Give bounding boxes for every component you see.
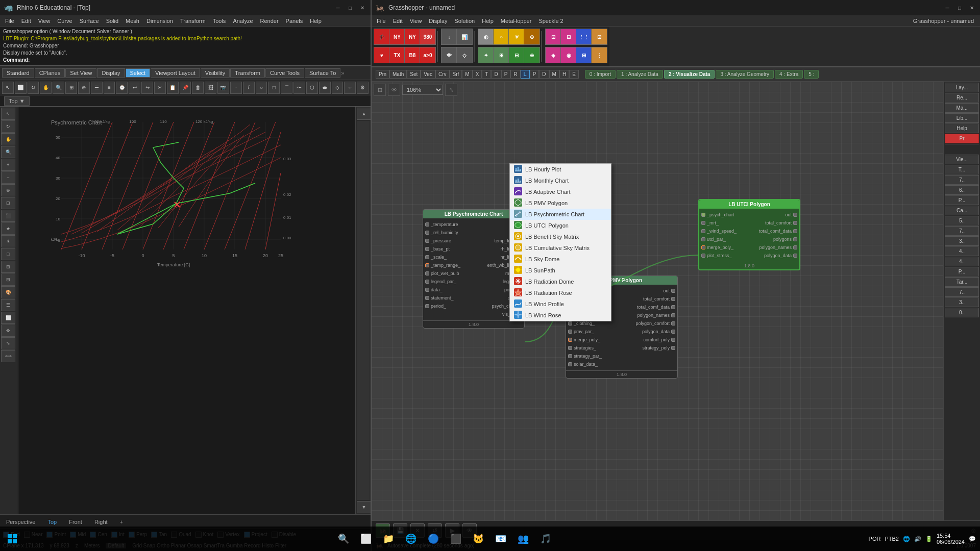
left-pan-icon[interactable]: ✋ <box>1 133 15 145</box>
port-legend[interactable]: legend_par_ <box>425 278 472 286</box>
port-statement[interactable]: statement_ <box>425 294 472 302</box>
gh-icon-19[interactable]: ⋮⋮ <box>576 29 592 45</box>
port-pmv-total[interactable]: total_comfort <box>624 295 675 303</box>
gh-cat-h[interactable]: H <box>559 70 569 79</box>
menu-mesh[interactable]: Mesh <box>122 17 142 25</box>
taskbar-search-icon[interactable]: 🔍 <box>333 529 354 549</box>
left-view-icon[interactable]: □ <box>1 248 15 260</box>
view-label-front[interactable]: Front <box>67 518 84 526</box>
gh-cat-pm[interactable]: Pm <box>376 70 389 79</box>
side-btn-t[interactable]: T... <box>945 165 979 174</box>
tb-mesh-icon[interactable]: ◇ <box>332 82 344 94</box>
gh-zoom-select[interactable]: 106% 100% 75% 50% <box>402 85 443 95</box>
gh-menu-solution[interactable]: Solution <box>451 17 478 25</box>
view-label-right[interactable]: Right <box>92 518 110 526</box>
tab-select[interactable]: Select <box>126 68 151 78</box>
side-btn-view[interactable]: Vie... <box>945 155 979 164</box>
left-zoomin-icon[interactable]: + <box>1 159 15 171</box>
taskbar-edge-icon[interactable]: 🔵 <box>423 529 444 549</box>
viewport-canvas[interactable]: ↖ ↻ ✋ 🔍 + − ⊕ ⊡ ⬛ ★ ☀ □ ⊞ ⊟ 🎨 ☰ ⬜ ✥ ⤡ ⟺ <box>0 107 371 514</box>
taskbar-terminal-icon[interactable]: ⬛ <box>446 529 466 549</box>
dropdown-psychrometric-chart[interactable]: LB Psychrometric Chart <box>510 209 611 220</box>
dropdown-benefit-sky[interactable]: LB Benefit Sky Matrix <box>510 231 611 242</box>
side-btn-p2[interactable]: P... <box>945 267 979 277</box>
port-temperature[interactable]: _temperature <box>425 220 472 229</box>
gh-icon-analyze[interactable]: 📊 <box>456 29 473 45</box>
tb-copy-icon[interactable]: 📋 <box>167 82 179 94</box>
side-btn-0[interactable]: 0.. <box>945 308 979 317</box>
dropdown-wind-profile[interactable]: LB Wind Profile <box>510 298 611 310</box>
tray-clock[interactable]: 15:54 06/06/2024 <box>937 533 965 545</box>
right-scroll-up-icon[interactable]: ▲ <box>357 108 371 120</box>
gh-subcat-visualize[interactable]: 2 : Visualize Data <box>664 70 715 79</box>
menu-analyze[interactable]: Analyze <box>230 17 256 25</box>
gh-close-btn[interactable]: ✕ <box>968 4 976 12</box>
tb-paste-icon[interactable]: 📌 <box>180 82 191 94</box>
tb-grid-icon[interactable]: ⊞ <box>65 82 77 94</box>
tab-set-view[interactable]: Set View <box>65 68 96 78</box>
gh-cat-srf[interactable]: Srf <box>450 70 462 79</box>
gh-cat-d2[interactable]: D <box>539 70 549 79</box>
side-btn-ma[interactable]: Ma... <box>945 103 979 113</box>
right-scroll-down-icon[interactable]: ▼ <box>357 501 371 513</box>
side-btn-3a[interactable]: 3.. <box>945 236 979 246</box>
gh-menu-display[interactable]: Display <box>426 17 450 25</box>
port-pmv-stratpoly[interactable]: strategy_poly <box>624 344 675 352</box>
tb-dim-icon[interactable]: ↔ <box>344 82 356 94</box>
port-data[interactable]: data_ <box>425 286 472 294</box>
gh-menu-help[interactable]: Help <box>479 17 497 25</box>
gh-subcat-5[interactable]: 5 : <box>804 70 819 79</box>
port-utci-mrt[interactable]: _mrt_ <box>701 219 747 227</box>
tb-zoom-icon[interactable]: 🔍 <box>53 82 64 94</box>
gh-cat-set[interactable]: Set <box>407 70 421 79</box>
gh-menu-edit[interactable]: Edit <box>390 17 406 25</box>
taskbar-explorer-icon[interactable]: 📁 <box>378 529 399 549</box>
tb-layer-icon[interactable]: ☰ <box>91 82 103 94</box>
gh-icon-24[interactable]: ⋮ <box>591 47 607 63</box>
tab-transform[interactable]: Transform <box>230 68 265 78</box>
dropdown-adaptive-chart[interactable]: LB Adaptive Chart <box>510 186 611 197</box>
port-rel-humidity[interactable]: _rel_humidity <box>425 229 472 237</box>
gh-icon-13[interactable]: ✦ <box>478 47 494 63</box>
tab-cplanes[interactable]: CPlanes <box>35 68 65 78</box>
side-btn-7a[interactable]: 7.. <box>945 175 979 185</box>
gh-icon-21[interactable]: ◈ <box>545 47 561 63</box>
gh-icon-2[interactable]: NY <box>389 29 405 45</box>
dropdown-utci-polygon[interactable]: LB UTCI Polygon <box>510 220 611 231</box>
tb-snap-icon[interactable]: ⊕ <box>78 82 90 94</box>
port-scale[interactable]: _scale_ <box>425 253 472 261</box>
gh-menu-view[interactable]: View <box>407 17 425 25</box>
gh-menu-speckle[interactable]: Speckle 2 <box>535 17 566 25</box>
gh-cat-d[interactable]: D <box>491 70 501 79</box>
tb-rotate-icon[interactable]: ↻ <box>28 82 39 94</box>
menu-tools[interactable]: Tools <box>210 17 229 25</box>
dropdown-sunpath[interactable]: LB SunPath <box>510 265 611 276</box>
port-pmv-par[interactable]: pmv_par_ <box>568 328 620 336</box>
gh-icon-23[interactable]: ⊞ <box>576 47 592 63</box>
port-utci-psych[interactable]: _psych_chart <box>701 211 747 219</box>
gh-cat-r[interactable]: R <box>510 70 520 79</box>
tb-render-icon[interactable]: 🖼 <box>205 82 216 94</box>
tab-viewport-layout[interactable]: Viewport Layout <box>151 68 200 78</box>
gh-minimize-btn[interactable]: ─ <box>943 4 951 12</box>
left-snap-icon[interactable]: ⊞ <box>1 261 15 273</box>
side-btn-re[interactable]: Re... <box>945 93 979 103</box>
gh-cat-m[interactable]: M <box>462 70 472 79</box>
toolbar-overflow-btn[interactable]: » <box>341 70 344 76</box>
port-pmv-polynames[interactable]: polygon_names <box>624 311 675 319</box>
tb-select-icon[interactable]: ⬜ <box>15 82 27 94</box>
gh-icon-17[interactable]: ⊡ <box>545 29 561 45</box>
left-zoom-icon[interactable]: 🔍 <box>1 146 15 158</box>
gh-icon-geo[interactable]: ◇ <box>456 47 473 63</box>
gh-icon-10[interactable]: ○ <box>493 29 509 45</box>
node-utci-polygon[interactable]: LB UTCI Polygon _psych_chart _mrt_ _wind… <box>698 199 800 270</box>
dropdown-cumulative-sky[interactable]: LB Cumulative Sky Matrix <box>510 242 611 254</box>
tray-volume-icon[interactable]: 🔊 <box>914 536 921 542</box>
side-btn-p[interactable]: P... <box>945 195 979 205</box>
view-label-perspective[interactable]: Perspective <box>4 518 37 526</box>
tray-notifications-icon[interactable]: 💬 <box>969 536 976 542</box>
gh-icon-18[interactable]: ⊟ <box>560 29 577 45</box>
left-light-icon[interactable]: ☀ <box>1 235 15 247</box>
tb-pan-icon[interactable]: ✋ <box>40 82 52 94</box>
side-btn-pr[interactable]: Pr <box>945 134 979 143</box>
